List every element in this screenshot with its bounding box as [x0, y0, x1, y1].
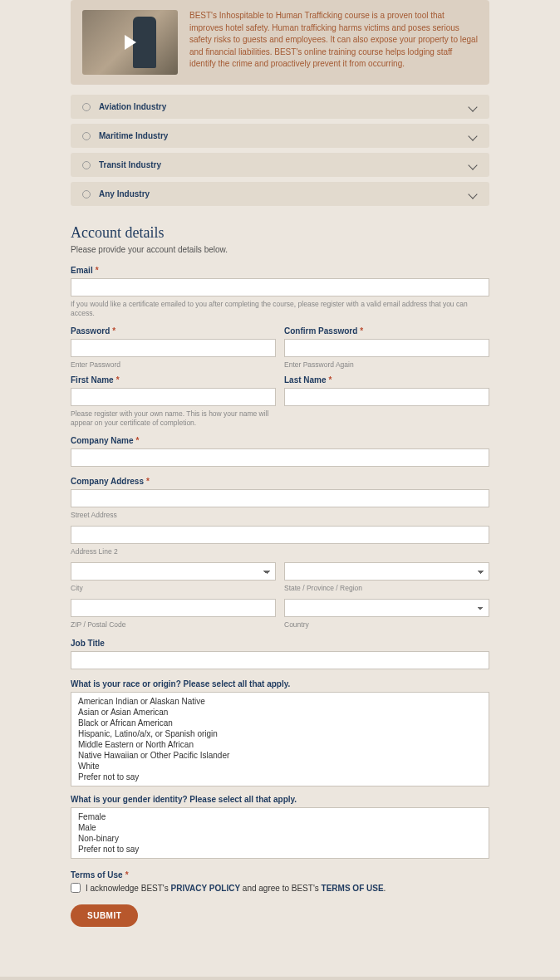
- last-name-field[interactable]: [284, 388, 489, 406]
- label-terms: Terms of Use*: [71, 870, 489, 880]
- list-option[interactable]: American Indian or Alaskan Native: [71, 696, 489, 707]
- radio-icon: [82, 132, 91, 140]
- sublabel-zip: ZIP / Postal Code: [71, 620, 276, 629]
- chevron-down-icon: [468, 189, 477, 198]
- radio-icon: [82, 103, 91, 111]
- label-email: Email*: [71, 266, 489, 275]
- sublabel-city: City: [71, 584, 276, 592]
- address-line2-field[interactable]: [71, 526, 489, 544]
- terms-line: I acknowledge BEST's PRIVACY POLICY and …: [71, 883, 489, 893]
- hint-password: Enter Password: [71, 360, 276, 369]
- list-option[interactable]: Asian or Asian American: [71, 707, 489, 718]
- list-option[interactable]: Non-binary: [71, 833, 489, 844]
- country-select[interactable]: [284, 599, 489, 617]
- terms-of-use-link[interactable]: TERMS OF USE: [322, 884, 384, 893]
- label-last-name: Last Name*: [284, 375, 489, 385]
- street-address-field[interactable]: [71, 489, 489, 507]
- company-name-field[interactable]: [71, 448, 489, 467]
- chevron-down-icon: [468, 102, 477, 111]
- accordion-label: Transit Industry: [99, 160, 469, 169]
- section-title-account: Account details: [71, 224, 489, 242]
- label-gender: What is your gender identity? Please sel…: [71, 795, 489, 804]
- list-option[interactable]: Black or African American: [71, 718, 489, 728]
- label-race: What is your race or origin? Please sele…: [71, 679, 489, 688]
- email-field[interactable]: [71, 278, 489, 296]
- play-icon: [125, 35, 136, 50]
- label-company-address: Company Address*: [71, 477, 489, 486]
- accordion-item[interactable]: Aviation Industry: [71, 95, 489, 119]
- sublabel-line2: Address Line 2: [71, 547, 489, 556]
- label-password: Password*: [71, 326, 276, 336]
- submit-button[interactable]: SUBMIT: [71, 904, 138, 927]
- list-option[interactable]: Male: [71, 822, 489, 833]
- video-thumbnail[interactable]: [82, 10, 178, 75]
- state-select[interactable]: [284, 562, 489, 581]
- accordion-label: Any Industry: [99, 189, 469, 198]
- section-subtitle: Please provide your account details belo…: [71, 245, 489, 254]
- terms-checkbox[interactable]: [71, 883, 81, 893]
- label-first-name: First Name*: [71, 375, 276, 385]
- job-title-field[interactable]: [71, 651, 489, 669]
- label-job-title: Job Title: [71, 639, 489, 648]
- chevron-down-icon: [468, 131, 477, 140]
- accordion-label: Aviation Industry: [99, 102, 469, 111]
- password-field[interactable]: [71, 339, 276, 357]
- city-select[interactable]: [71, 562, 276, 581]
- radio-icon: [82, 190, 91, 198]
- list-option[interactable]: Female: [71, 811, 489, 822]
- label-company-name: Company Name*: [71, 436, 489, 445]
- sublabel-street: Street Address: [71, 511, 489, 519]
- confirm-password-field[interactable]: [284, 339, 489, 357]
- list-option[interactable]: Hispanic, Latino/a/x, or Spanish origin: [71, 728, 489, 739]
- race-listbox[interactable]: American Indian or Alaskan NativeAsian o…: [71, 692, 489, 786]
- radio-icon: [82, 161, 91, 169]
- zip-field[interactable]: [71, 599, 276, 617]
- chevron-down-icon: [468, 160, 477, 169]
- sublabel-country: Country: [284, 620, 489, 629]
- hero-description: BEST's Inhospitable to Human Trafficking…: [189, 10, 478, 75]
- hint-email: If you would like a certificate emailed …: [71, 300, 489, 318]
- first-name-field[interactable]: [71, 388, 276, 406]
- gender-listbox[interactable]: FemaleMaleNon-binaryPrefer not to say: [71, 807, 489, 859]
- industry-accordion: Aviation IndustryMaritime IndustryTransi…: [71, 95, 489, 206]
- list-option[interactable]: Prefer not to say: [71, 772, 489, 782]
- list-option[interactable]: White: [71, 761, 489, 772]
- label-confirm-password: Confirm Password*: [284, 326, 489, 336]
- accordion-item[interactable]: Maritime Industry: [71, 124, 489, 148]
- hero-card: BEST's Inhospitable to Human Trafficking…: [71, 0, 489, 85]
- hint-first-name: Please register with your own name. This…: [71, 409, 276, 428]
- privacy-policy-link[interactable]: PRIVACY POLICY: [171, 884, 241, 893]
- list-option[interactable]: Prefer not to say: [71, 844, 489, 855]
- list-option[interactable]: Native Hawaiian or Other Pacific Islande…: [71, 750, 489, 761]
- accordion-label: Maritime Industry: [99, 131, 469, 140]
- accordion-item[interactable]: Any Industry: [71, 182, 489, 206]
- list-option[interactable]: Middle Eastern or North African: [71, 739, 489, 750]
- hint-confirm-password: Enter Password Again: [284, 360, 489, 369]
- accordion-item[interactable]: Transit Industry: [71, 153, 489, 177]
- sublabel-state: State / Province / Region: [284, 584, 489, 592]
